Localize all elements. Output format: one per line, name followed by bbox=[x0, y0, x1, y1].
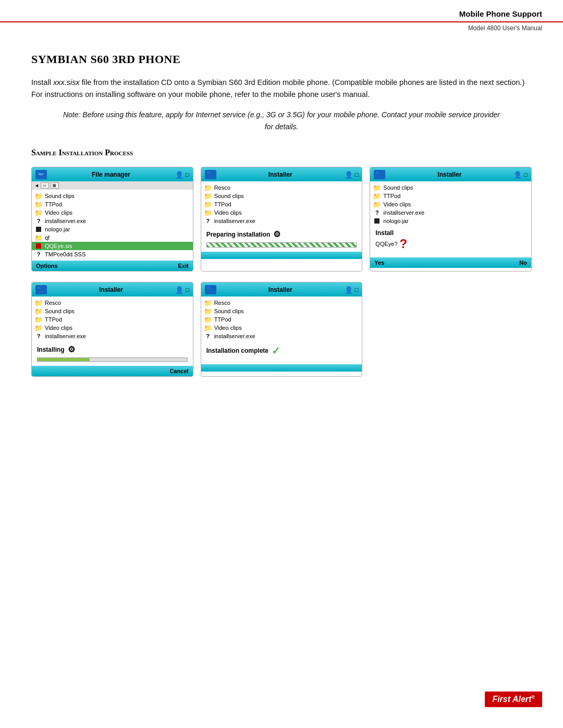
screen5-header: Installer 👤 □ bbox=[201, 282, 362, 297]
installing-section: Installing ⚙ bbox=[35, 340, 190, 364]
door-icon: □ bbox=[524, 171, 528, 178]
screen1-app-icon bbox=[35, 170, 47, 179]
list-item-selected: QQEye.sis bbox=[32, 242, 193, 250]
screen3-app-icon bbox=[374, 170, 385, 179]
main-content: Symbian S60 3rd Phone Install xxx.sisx f… bbox=[0, 37, 563, 398]
list-item: ? TMPce0dd.SSS bbox=[35, 250, 190, 258]
svg-rect-5 bbox=[207, 171, 210, 174]
list-item: 📁 Video clips bbox=[204, 208, 359, 217]
screen4-header-right: 👤 □ bbox=[175, 286, 189, 294]
folder-icon: 📁 bbox=[204, 193, 212, 199]
section-title: Sample Installation Process bbox=[31, 148, 532, 157]
registered-mark: ® bbox=[531, 695, 535, 700]
screen4-title: Installer bbox=[47, 286, 175, 293]
screen5-title: Installer bbox=[216, 286, 345, 293]
list-item: ? installserver.exe bbox=[35, 217, 190, 225]
footer-yes: Yes bbox=[374, 260, 384, 266]
screen3-header-right: 👤 □ bbox=[513, 171, 528, 179]
screen1-body: 📁 Sound clips 📁 TTPod 📁 Video clips ? in… bbox=[32, 190, 193, 261]
complete-section: Installation complete ✓ bbox=[204, 340, 359, 362]
screenshots-top-row: File manager 👤 □ ◄ ▭ ▦ 📁 Sound clips 📁 bbox=[31, 167, 532, 272]
header-title: Mobile Phone Support bbox=[459, 9, 542, 18]
person-icon: 👤 bbox=[345, 171, 353, 179]
page-header: Mobile Phone Support bbox=[0, 0, 563, 22]
screen-file-manager: File manager 👤 □ ◄ ▭ ▦ 📁 Sound clips 📁 bbox=[31, 167, 193, 272]
question-icon: ? bbox=[35, 251, 42, 257]
install-prompt-question: QQEye? ? bbox=[375, 237, 526, 251]
screen-preparing: Installer 👤 □ 📁 Resco 📁 Sound clips 📁 T bbox=[201, 167, 363, 272]
list-item: 📁 TTPod bbox=[35, 315, 190, 324]
list-item: 📁 Resco bbox=[204, 183, 359, 192]
black-square-icon bbox=[373, 218, 381, 224]
screen4-app-icon bbox=[35, 285, 47, 294]
screen5-app-icon bbox=[205, 285, 216, 294]
footer-no: No bbox=[519, 260, 527, 266]
gear-icon: ⚙ bbox=[68, 344, 75, 354]
folder-icon: 📁 bbox=[204, 308, 212, 314]
list-item: 📁 TTPod bbox=[373, 192, 528, 200]
list-item: 📁 qf bbox=[35, 233, 190, 242]
list-item: nologo.jar bbox=[373, 217, 528, 225]
list-item: 📁 Sound clips bbox=[35, 192, 190, 200]
folder-icon: 📁 bbox=[204, 325, 212, 331]
list-item: 📁 Video clips bbox=[35, 208, 190, 217]
note-text: Note: Before using this feature, apply f… bbox=[63, 109, 500, 132]
list-item: 📁 Video clips bbox=[35, 324, 190, 332]
door-icon: □ bbox=[355, 171, 359, 178]
screen3-body: 📁 Sound clips 📁 TTPod 📁 Video clips ? in… bbox=[370, 181, 531, 257]
door-icon: □ bbox=[186, 287, 189, 293]
list-item: ? installserver.exe bbox=[373, 208, 528, 217]
folder-icon: 📁 bbox=[373, 201, 381, 207]
screen3-title: Installer bbox=[385, 171, 513, 178]
folder-icon: 📁 bbox=[35, 235, 42, 241]
folder-icon: 📁 bbox=[204, 300, 212, 306]
list-item: 📁 Resco bbox=[204, 299, 359, 307]
installing-label: Installing bbox=[37, 346, 65, 353]
screen4-footer: Cancel bbox=[32, 366, 193, 376]
screen2-app-icon bbox=[205, 170, 216, 179]
svg-rect-11 bbox=[207, 287, 210, 289]
list-item: 📁 Sound clips bbox=[204, 307, 359, 315]
person-icon: 👤 bbox=[513, 171, 522, 179]
list-item: 📁 Video clips bbox=[373, 200, 528, 208]
screen3-footer: Yes No bbox=[370, 257, 531, 268]
screen1-footer: Options Exit bbox=[32, 261, 193, 271]
list-item: 📁 Sound clips bbox=[204, 192, 359, 200]
progress-bar-striped bbox=[206, 242, 357, 248]
screen1-header: File manager 👤 □ bbox=[32, 167, 193, 181]
list-item: 📁 TTPod bbox=[204, 315, 359, 324]
folder-icon: 📁 bbox=[35, 300, 42, 306]
big-question-icon: ? bbox=[400, 237, 408, 251]
model-label: Model 4800 User's Manual bbox=[468, 24, 542, 32]
list-item: 📁 Resco bbox=[35, 299, 190, 307]
svg-rect-9 bbox=[38, 287, 41, 289]
question-icon: ? bbox=[204, 218, 212, 224]
person-icon: 👤 bbox=[345, 286, 353, 294]
toolbar-btn1: ▭ bbox=[41, 182, 49, 189]
progress-fill bbox=[38, 358, 90, 361]
checkmark-icon: ✓ bbox=[272, 344, 280, 357]
preparing-text: Preparing installation ⚙ bbox=[206, 229, 357, 239]
door-icon: □ bbox=[186, 171, 189, 178]
question-icon: ? bbox=[35, 333, 42, 339]
toolbar-btn2: ▦ bbox=[51, 182, 59, 189]
door-icon: □ bbox=[355, 287, 359, 293]
screen2-header-right: 👤 □ bbox=[345, 171, 359, 179]
svg-rect-2 bbox=[39, 174, 44, 174]
screen2-title: Installer bbox=[216, 171, 345, 178]
list-item: 📁 Sound clips bbox=[373, 183, 528, 192]
svg-rect-3 bbox=[39, 175, 43, 175]
screen4-header: Installer 👤 □ bbox=[32, 282, 193, 297]
list-item: ? installserver.exe bbox=[204, 217, 359, 225]
preparing-label: Preparing installation bbox=[206, 231, 271, 238]
screenshots-bottom-row: Installer 👤 □ 📁 Resco 📁 Sound clips 📁 T bbox=[31, 282, 532, 377]
screen3-header: Installer 👤 □ bbox=[370, 167, 531, 181]
list-item: 📁 Sound clips bbox=[35, 307, 190, 315]
screen-complete: Installer 👤 □ 📁 Resco 📁 Sound clips 📁 T bbox=[201, 282, 363, 377]
screen5-footer bbox=[201, 364, 362, 372]
folder-icon: 📁 bbox=[204, 184, 212, 191]
question-icon: ? bbox=[373, 209, 381, 216]
folder-icon: 📁 bbox=[373, 193, 381, 199]
first-alert-logo: First Alert® bbox=[485, 692, 542, 707]
svg-rect-1 bbox=[38, 171, 41, 174]
